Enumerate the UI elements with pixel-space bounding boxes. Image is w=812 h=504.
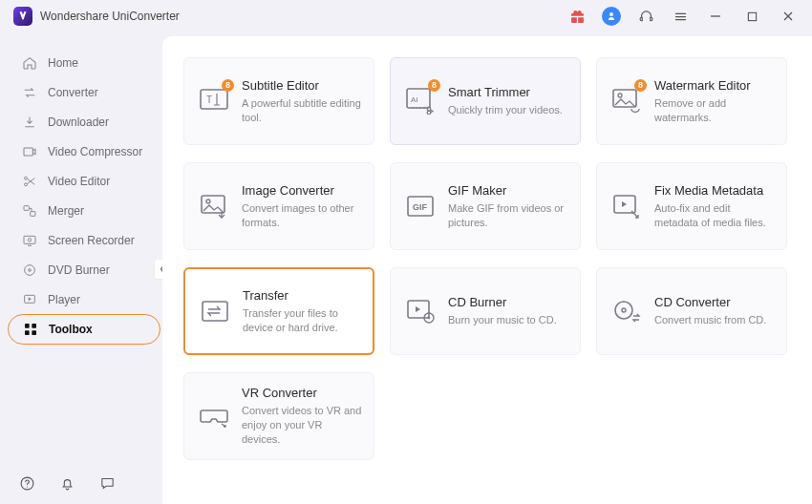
sidebar: Home Converter Downloader Video Compress…	[0, 32, 162, 504]
converter-icon	[21, 85, 38, 100]
sidebar-item-label: Toolbox	[49, 323, 93, 336]
sidebar-item-player[interactable]: Player	[0, 284, 162, 314]
card-desc: Auto-fix and edit metadata of media file…	[654, 201, 775, 230]
toolbox-icon	[22, 322, 39, 337]
card-transfer[interactable]: Transfer Transfer your files to device o…	[183, 267, 374, 355]
card-desc: Burn your music to CD.	[448, 313, 568, 327]
cd-converter-icon	[610, 295, 643, 327]
sidebar-item-screen-recorder[interactable]: Screen Recorder	[0, 225, 162, 255]
minimize-button[interactable]	[701, 3, 730, 30]
card-title: VR Converter	[242, 386, 362, 400]
sidebar-item-converter[interactable]: Converter	[0, 77, 162, 107]
card-watermark-editor[interactable]: 8 Watermark Editor Remove or add waterma…	[596, 57, 787, 145]
sidebar-item-label: DVD Burner	[48, 263, 110, 277]
image-converter-icon	[198, 190, 230, 222]
sidebar-item-downloader[interactable]: Downloader	[0, 107, 162, 136]
card-title: GIF Maker	[448, 183, 568, 198]
help-icon[interactable]	[17, 473, 36, 493]
user-icon[interactable]	[598, 3, 625, 30]
home-icon	[21, 55, 38, 71]
notifications-icon[interactable]	[57, 473, 76, 493]
card-title: Watermark Editor	[654, 78, 775, 93]
card-gif-maker[interactable]: GIF GIF Maker Make GIF from videos or pi…	[390, 162, 581, 250]
card-vr-converter[interactable]: VR Converter Convert videos to VR and en…	[183, 372, 374, 460]
svg-rect-14	[32, 330, 36, 335]
sidebar-item-toolbox[interactable]: Toolbox	[8, 314, 160, 345]
svg-point-2	[25, 177, 28, 179]
merger-icon	[21, 203, 38, 219]
card-title: Fix Media Metadata	[654, 183, 775, 198]
badge: 8	[428, 79, 440, 92]
svg-rect-6	[24, 236, 35, 243]
compressor-icon	[21, 144, 38, 159]
card-title: CD Burner	[448, 295, 568, 309]
sidebar-item-label: Home	[48, 56, 78, 70]
card-desc: Convert videos to VR and enjoy on your V…	[242, 404, 362, 447]
svg-point-7	[28, 238, 31, 241]
main-panel: T 8 Subtitle Editor A powerful subtitle …	[162, 36, 812, 504]
titlebar: Wondershare UniConverter	[0, 0, 812, 32]
svg-rect-29	[203, 302, 227, 321]
svg-text:GIF: GIF	[413, 202, 428, 212]
support-icon[interactable]	[632, 3, 659, 30]
sidebar-item-dvd-burner[interactable]: DVD Burner	[0, 255, 162, 284]
badge: 8	[634, 79, 647, 92]
svg-rect-4	[24, 205, 29, 210]
card-cd-burner[interactable]: CD Burner Burn your music to CD.	[390, 267, 581, 355]
subtitle-editor-icon: T 8	[198, 85, 230, 117]
sidebar-item-video-editor[interactable]: Video Editor	[0, 166, 162, 196]
card-cd-converter[interactable]: CD Converter Convert music from CD.	[596, 267, 787, 355]
card-desc: Make GIF from videos or pictures.	[448, 201, 568, 230]
transfer-icon	[199, 295, 231, 327]
downloader-icon	[21, 115, 38, 130]
screen-recorder-icon	[21, 233, 38, 248]
card-desc: A powerful subtitle editing tool.	[242, 96, 362, 125]
svg-point-34	[622, 308, 626, 312]
svg-point-32	[428, 317, 431, 320]
sidebar-item-label: Video Compressor	[48, 145, 142, 158]
sidebar-item-merger[interactable]: Merger	[0, 196, 162, 225]
cd-burner-icon	[404, 295, 437, 327]
hamburger-icon[interactable]	[667, 3, 694, 30]
card-title: Subtitle Editor	[242, 78, 362, 93]
card-fix-media-metadata[interactable]: Fix Media Metadata Auto-fix and edit met…	[596, 162, 787, 250]
svg-rect-0	[748, 12, 756, 20]
sidebar-item-label: Screen Recorder	[48, 234, 135, 247]
sidebar-item-label: Player	[48, 293, 80, 306]
gift-icon[interactable]	[564, 3, 590, 30]
app-logo-icon	[13, 7, 32, 26]
sidebar-item-video-compressor[interactable]: Video Compressor	[0, 136, 162, 166]
svg-point-25	[206, 200, 210, 203]
svg-rect-11	[25, 324, 30, 328]
card-title: Transfer	[243, 288, 361, 303]
svg-rect-13	[25, 330, 30, 335]
svg-rect-1	[24, 148, 32, 156]
sidebar-item-label: Video Editor	[48, 175, 110, 188]
card-image-converter[interactable]: Image Converter Convert images to other …	[183, 162, 374, 250]
watermark-editor-icon: 8	[610, 85, 643, 117]
svg-point-21	[427, 111, 431, 115]
svg-rect-12	[32, 324, 36, 328]
close-button[interactable]	[774, 3, 802, 30]
tools-grid: T 8 Subtitle Editor A powerful subtitle …	[183, 57, 791, 460]
maximize-button[interactable]	[737, 3, 766, 30]
sidebar-item-label: Converter	[48, 86, 98, 99]
card-desc: Convert images to other formats.	[242, 201, 362, 230]
card-smart-trimmer[interactable]: AI 8 Smart Trimmer Quickly trim your vid…	[390, 57, 581, 145]
svg-point-9	[29, 268, 32, 271]
scissors-icon	[21, 174, 38, 189]
badge: 8	[222, 79, 234, 92]
card-title: Smart Trimmer	[448, 85, 568, 99]
metadata-icon	[610, 190, 643, 222]
sidebar-item-home[interactable]: Home	[0, 48, 162, 77]
svg-point-33	[615, 302, 632, 319]
app-title: Wondershare UniConverter	[40, 10, 180, 23]
card-subtitle-editor[interactable]: T 8 Subtitle Editor A powerful subtitle …	[183, 57, 374, 145]
svg-point-3	[25, 182, 28, 185]
smart-trimmer-icon: AI 8	[404, 85, 437, 117]
svg-text:AI: AI	[411, 95, 418, 104]
svg-rect-5	[31, 211, 35, 216]
sidebar-item-label: Downloader	[48, 116, 109, 129]
feedback-icon[interactable]	[97, 473, 117, 493]
card-title: CD Converter	[654, 295, 775, 309]
